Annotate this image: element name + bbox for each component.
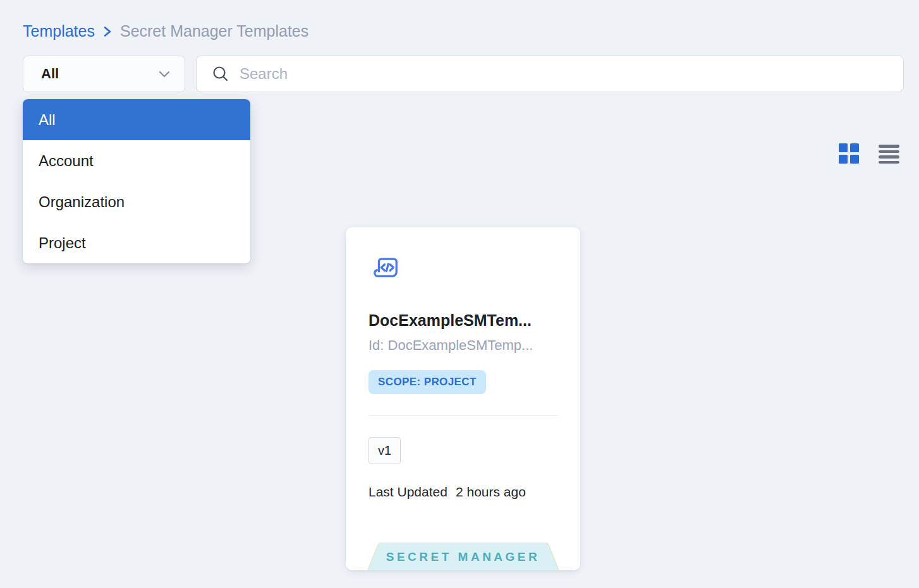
version-chip[interactable]: v1 xyxy=(368,437,401,464)
template-type-ribbon: SECRET MANAGER xyxy=(368,543,559,570)
template-title: DocExampleSMTem... xyxy=(368,311,557,330)
scope-filter-value: All xyxy=(41,66,158,82)
scope-menu-item-account[interactable]: Account xyxy=(23,140,250,181)
breadcrumb: Templates Secret Manager Templates xyxy=(23,22,308,40)
chevron-down-icon xyxy=(158,69,171,78)
last-updated-row: Last Updated 2 hours ago xyxy=(368,484,557,500)
scope-menu-item-organization[interactable]: Organization xyxy=(23,181,250,222)
search-icon xyxy=(212,65,229,83)
last-updated-label: Last Updated xyxy=(368,484,447,500)
scope-menu-item-all[interactable]: All xyxy=(23,99,250,140)
last-updated-value: 2 hours ago xyxy=(456,484,526,500)
search-input[interactable] xyxy=(240,65,891,83)
breadcrumb-templates-link[interactable]: Templates xyxy=(23,22,95,40)
scope-filter-menu: All Account Organization Project xyxy=(23,99,250,263)
search-bar xyxy=(196,56,904,92)
scope-menu-item-project[interactable]: Project xyxy=(23,222,250,263)
scope-badge: SCOPE: PROJECT xyxy=(368,370,486,394)
template-type-label: SECRET MANAGER xyxy=(368,550,559,564)
template-id: Id: DocExampleSMTemp... xyxy=(368,337,557,354)
breadcrumb-current-page: Secret Manager Templates xyxy=(120,22,308,40)
template-card[interactable]: DocExampleSMTem... Id: DocExampleSMTemp.… xyxy=(346,227,580,570)
card-divider xyxy=(368,415,557,416)
grid-view-icon[interactable] xyxy=(839,143,859,164)
list-view-icon[interactable] xyxy=(879,145,899,164)
script-document-icon xyxy=(371,255,557,285)
scope-filter-select[interactable]: All xyxy=(23,56,185,92)
chevron-right-icon xyxy=(102,25,113,38)
